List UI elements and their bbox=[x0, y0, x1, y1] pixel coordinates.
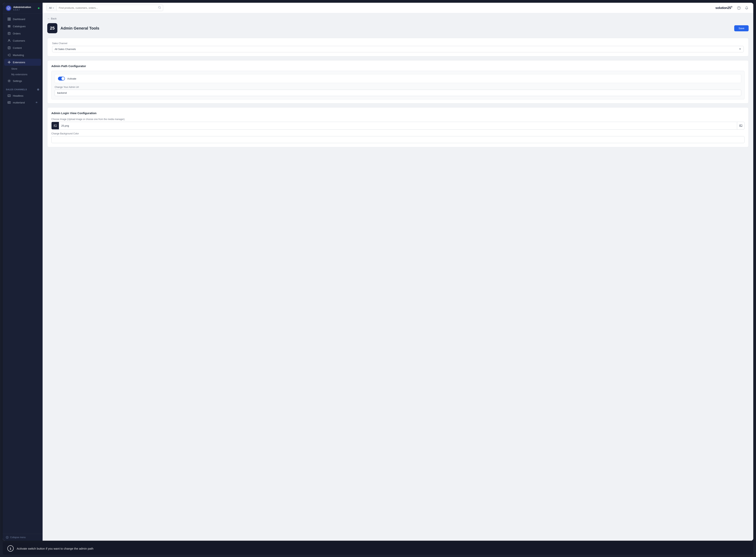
annotation-text: Activate switch button if you want to ch… bbox=[17, 547, 93, 550]
admin-url-input[interactable] bbox=[55, 90, 741, 96]
image-label: Choose Image (Upload image or choose one… bbox=[51, 118, 745, 121]
app-info: Administration 6.5.8.7 bbox=[13, 6, 31, 11]
sidebar-sub-store[interactable]: Store bbox=[3, 66, 42, 71]
sidebar-item-dashboard[interactable]: Dashboard bbox=[4, 16, 41, 23]
back-arrow: ← bbox=[47, 17, 50, 20]
svg-rect-15 bbox=[8, 102, 8, 103]
sales-channel-select[interactable]: All Sales Channels Headless mutterland bbox=[52, 46, 744, 52]
catalogues-icon bbox=[7, 25, 11, 28]
svg-rect-13 bbox=[8, 95, 10, 97]
topbar: All sol bbox=[42, 3, 753, 13]
annotation-bar: 1 Activate switch button if you want to … bbox=[3, 542, 753, 555]
sidebar-item-orders[interactable]: Orders bbox=[4, 30, 41, 37]
admin-path-card: Admin Path Configurator Activate Change … bbox=[47, 60, 749, 104]
save-button[interactable]: Save bbox=[734, 25, 749, 31]
search-filter-button[interactable]: All bbox=[47, 5, 57, 10]
sidebar-item-mutterland[interactable]: mutterland 👁 bbox=[4, 99, 41, 106]
help-icon[interactable] bbox=[736, 5, 742, 11]
svg-point-0 bbox=[7, 7, 10, 9]
main-content: All sol bbox=[42, 3, 753, 541]
app-icon: 25 bbox=[47, 23, 57, 33]
marketing-icon bbox=[7, 53, 11, 57]
svg-point-9 bbox=[8, 39, 10, 41]
my-extensions-label: My extensions bbox=[11, 73, 27, 76]
sidebar-sub-my-extensions[interactable]: My extensions bbox=[3, 71, 42, 77]
sidebar-item-catalogues[interactable]: Catalogues bbox=[4, 23, 41, 30]
content-label: Content bbox=[13, 47, 22, 50]
marketing-label: Marketing bbox=[13, 54, 24, 57]
headless-icon bbox=[7, 94, 11, 97]
mutterland-icon bbox=[7, 101, 11, 104]
sidebar: Administration 6.5.8.7 bbox=[3, 3, 42, 541]
mutterland-visibility-icon[interactable]: 👁 bbox=[35, 101, 38, 104]
app-version: 6.5.8.7 bbox=[13, 8, 31, 11]
svg-point-11 bbox=[9, 62, 10, 63]
admin-login-title: Admin Login View Configuration bbox=[51, 112, 745, 115]
sidebar-footer[interactable]: Collapse menu bbox=[3, 534, 42, 541]
svg-rect-1 bbox=[8, 18, 9, 19]
svg-rect-3 bbox=[8, 19, 9, 21]
chevron-down-icon bbox=[52, 7, 54, 9]
svg-point-23 bbox=[55, 125, 55, 126]
bg-color-field-group: Change Background Color bbox=[51, 132, 745, 143]
back-link[interactable]: ← Back bbox=[47, 17, 749, 20]
extensions-icon bbox=[7, 60, 11, 64]
sidebar-item-customers[interactable]: Customers bbox=[4, 37, 41, 44]
content-icon bbox=[7, 46, 11, 50]
image-field-group: Choose Image (Upload image or choose one… bbox=[51, 118, 745, 129]
store-label: Store bbox=[11, 67, 17, 70]
settings-icon bbox=[7, 79, 11, 83]
search-submit-icon[interactable] bbox=[156, 5, 163, 11]
sales-channel-label: Sales Channel bbox=[52, 42, 744, 45]
settings-label: Settings bbox=[13, 80, 22, 83]
image-filename: 25.png bbox=[59, 123, 737, 129]
sidebar-nav: Dashboard Catalogues bbox=[3, 14, 42, 534]
status-dot bbox=[38, 7, 39, 9]
url-field-group: Change Your Admin Url bbox=[55, 86, 741, 96]
svg-rect-17 bbox=[9, 102, 10, 103]
sidebar-item-marketing[interactable]: Marketing bbox=[4, 52, 41, 59]
sidebar-header: Administration 6.5.8.7 bbox=[3, 3, 42, 14]
svg-rect-16 bbox=[9, 102, 9, 103]
image-picker-button[interactable] bbox=[737, 122, 744, 129]
sidebar-item-headless[interactable]: Headless bbox=[4, 92, 41, 99]
page-content: ← Back 25 Admin General Tools Save Sales… bbox=[42, 13, 753, 541]
sidebar-item-extensions[interactable]: Extensions bbox=[4, 59, 41, 66]
activate-label: Activate bbox=[67, 77, 76, 80]
svg-point-18 bbox=[6, 536, 8, 538]
dashboard-icon bbox=[7, 17, 11, 21]
search-input[interactable] bbox=[57, 5, 156, 10]
sales-channel-card: Sales Channel All Sales Channels Headles… bbox=[47, 38, 749, 56]
add-sales-channel-icon[interactable]: ⊕ bbox=[37, 88, 39, 91]
collapse-icon bbox=[6, 536, 8, 539]
svg-point-12 bbox=[9, 81, 10, 82]
admin-path-title: Admin Path Configurator bbox=[51, 64, 745, 68]
sidebar-item-content[interactable]: Content bbox=[4, 45, 41, 51]
back-label: Back bbox=[51, 17, 57, 20]
image-thumbnail bbox=[52, 122, 59, 129]
catalogues-label: Catalogues bbox=[13, 25, 26, 28]
collapse-label: Collapse menu bbox=[10, 536, 26, 539]
svg-rect-2 bbox=[9, 18, 10, 19]
headless-label: Headless bbox=[13, 94, 23, 97]
annotation-number: 1 bbox=[7, 545, 13, 552]
svg-rect-6 bbox=[8, 26, 10, 26]
image-input-row: 25.png bbox=[51, 122, 745, 129]
notifications-icon[interactable] bbox=[744, 5, 749, 11]
sales-channels-label: Sales Channels bbox=[6, 88, 27, 91]
bg-color-input[interactable] bbox=[51, 136, 745, 143]
topbar-brand: solution25® bbox=[715, 6, 732, 10]
activate-toggle[interactable] bbox=[58, 77, 65, 81]
page-header: 25 Admin General Tools Save bbox=[47, 23, 749, 33]
admin-login-card: Admin Login View Configuration Choose Im… bbox=[47, 107, 749, 147]
sidebar-item-settings[interactable]: Settings bbox=[4, 78, 41, 84]
svg-rect-7 bbox=[8, 27, 10, 27]
customers-icon bbox=[7, 39, 11, 42]
toggle-knob bbox=[61, 77, 65, 80]
search-filter-label: All bbox=[49, 7, 52, 9]
orders-icon bbox=[7, 32, 11, 35]
customers-label: Customers bbox=[13, 39, 25, 42]
svg-rect-4 bbox=[9, 19, 10, 21]
activate-toggle-row: Activate bbox=[55, 74, 741, 83]
admin-path-inner: Activate Change Your Admin Url bbox=[51, 71, 745, 99]
